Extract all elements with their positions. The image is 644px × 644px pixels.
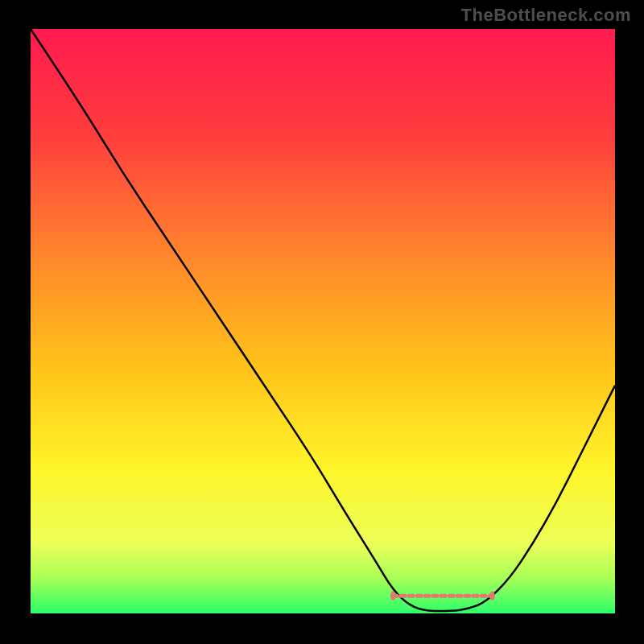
chart-svg [31,29,615,613]
chart-background [31,29,615,613]
range-end-dot [489,591,494,601]
watermark-text: TheBottleneck.com [461,5,631,26]
range-start-dot [390,591,395,601]
chart-canvas [31,29,615,613]
